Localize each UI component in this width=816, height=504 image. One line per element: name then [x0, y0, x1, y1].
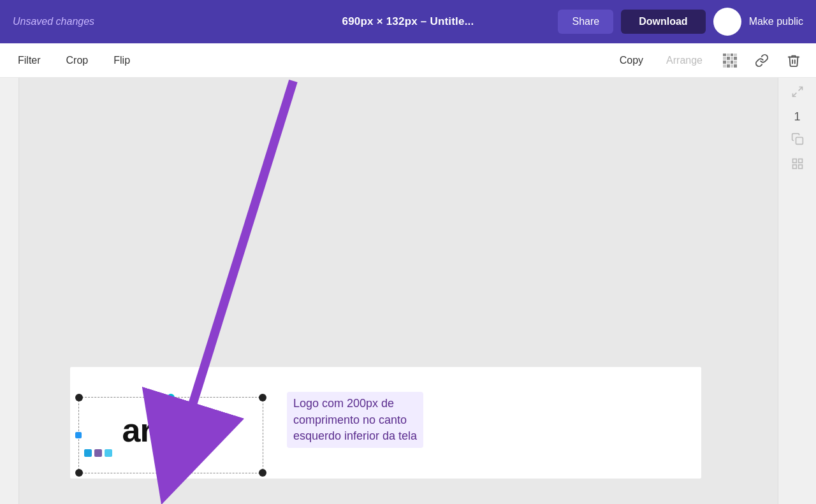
handle-top-left[interactable] [75, 394, 83, 401]
make-public-button[interactable]: Make public [749, 16, 803, 27]
trash-icon [787, 54, 801, 68]
toolbar-right: Copy Arrange [615, 51, 803, 70]
annotation-line1: Logo com 200px de [293, 397, 394, 410]
expand-top-icon-button[interactable] [791, 85, 804, 101]
handle-bottom-left[interactable] [75, 469, 83, 477]
handle-middle-left[interactable] [75, 432, 82, 438]
dot-blue [84, 449, 92, 457]
delete-icon-button[interactable] [784, 51, 803, 70]
svg-rect-4 [792, 159, 796, 163]
copy-button[interactable]: Copy [615, 52, 648, 69]
header-bar: Unsaved changes 690px × 132px – Untitle.… [0, 0, 816, 43]
handle-bottom-right[interactable] [259, 469, 266, 477]
artneo-text: artneo [122, 414, 220, 447]
annotation-line3: esquerdo inferior da tela [293, 429, 417, 442]
toolbar: Filter Crop Flip Copy Arrange [0, 43, 816, 78]
handle-top-right[interactable] [259, 394, 266, 401]
filter-button[interactable]: Filter [13, 52, 46, 69]
dot-purple [94, 449, 102, 457]
svg-line-1 [798, 87, 802, 91]
header-actions: Share Download Make public [558, 8, 803, 36]
artneo-dots [84, 449, 112, 457]
canvas-title: 690px × 132px – Untitle... [342, 15, 474, 28]
svg-rect-6 [792, 165, 796, 169]
avatar[interactable] [713, 8, 741, 36]
artneo-logo-element[interactable]: artneo [78, 397, 263, 473]
svg-rect-3 [796, 138, 803, 145]
grid-icon [791, 157, 804, 170]
canvas-container[interactable]: artneo L [19, 78, 778, 504]
flip-button[interactable]: Flip [108, 52, 135, 69]
link-icon-button[interactable] [752, 51, 771, 70]
crop-button[interactable]: Crop [61, 52, 94, 69]
handle-bottom-center[interactable] [168, 470, 174, 477]
dot-cyan [105, 449, 112, 457]
arrange-button[interactable]: Arrange [661, 52, 708, 69]
transparency-icon-button[interactable] [720, 51, 740, 70]
share-button[interactable]: Share [558, 10, 613, 34]
right-sidebar: 1 [778, 78, 816, 504]
annotation-line2: comprimento no canto [293, 414, 407, 426]
svg-rect-5 [798, 159, 802, 163]
page-number: 1 [794, 110, 800, 124]
link-icon [755, 54, 769, 68]
handle-top-center[interactable] [167, 394, 175, 401]
copy-layer-icon [791, 133, 804, 145]
left-sidebar [0, 78, 19, 504]
main-area: artneo L [0, 78, 816, 504]
download-button[interactable]: Download [621, 10, 705, 34]
toolbar-left: Filter Crop Flip [13, 52, 615, 69]
svg-line-2 [792, 93, 796, 97]
checkerboard-icon [723, 54, 737, 68]
unsaved-changes-label: Unsaved changes [13, 16, 94, 27]
grid-icon-button[interactable] [791, 157, 804, 173]
annotation-text-box: Logo com 200px de comprimento no canto e… [287, 392, 423, 448]
expand-arrows-icon [791, 85, 804, 98]
svg-rect-7 [798, 165, 802, 169]
copy-layer-icon-button[interactable] [791, 133, 804, 148]
